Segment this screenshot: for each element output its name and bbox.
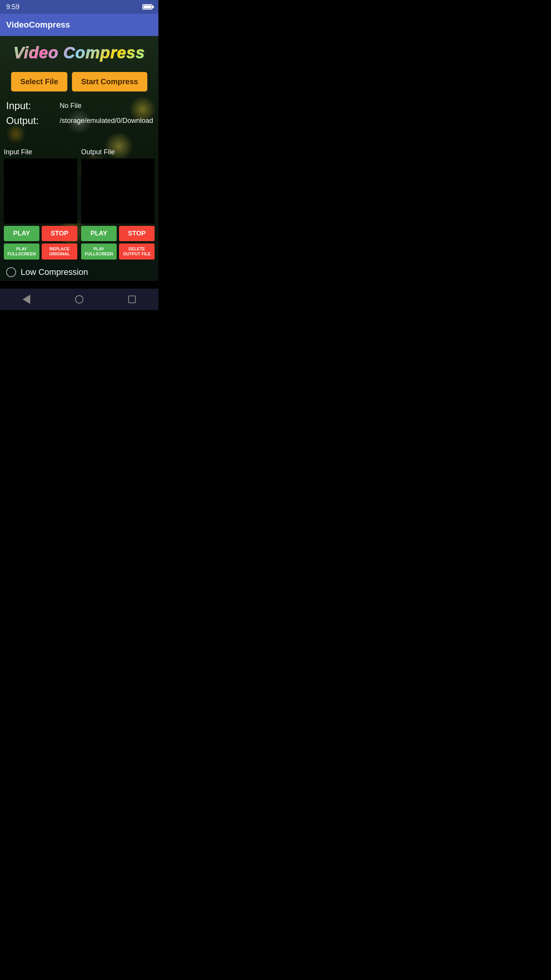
low-compression-radio[interactable] (6, 267, 16, 277)
main-content: Video Compress Select File Start Compres… (0, 36, 158, 281)
status-time: 9:59 (6, 3, 20, 11)
battery-icon (142, 4, 152, 10)
output-label: Output: (6, 115, 44, 127)
output-info-row: Output: /storage/emulated/0/Download (6, 115, 152, 127)
home-icon (75, 295, 83, 304)
output-video-screen (81, 158, 155, 224)
nav-bar (0, 289, 158, 310)
input-info-row: Input: No File (6, 100, 152, 112)
input-value: No File (60, 102, 82, 110)
logo-area: Video Compress (0, 36, 158, 68)
output-panel-buttons: PLAY STOP (81, 226, 155, 241)
compression-row: Low Compression (0, 260, 158, 281)
output-panel-label: Output File (81, 148, 155, 156)
delete-output-button[interactable]: DELETE OUTPUT FILE (119, 243, 155, 260)
input-panel-buttons: PLAY STOP (4, 226, 77, 241)
buttons-row: Select File Start Compress (0, 68, 158, 98)
compression-label: Low Compression (21, 267, 88, 277)
status-bar: 9:59 (0, 0, 158, 14)
app-bar-title: VideoCompress (6, 20, 70, 30)
input-video-screen (4, 158, 77, 224)
output-panel: Output File PLAY STOP PLAY FULLSCREEN DE… (81, 148, 155, 260)
input-label: Input: (6, 100, 44, 112)
back-icon (23, 295, 30, 304)
recent-button[interactable] (125, 292, 139, 306)
input-stop-button[interactable]: STOP (42, 226, 77, 241)
replace-original-button[interactable]: REPLACE ORIGINAL (42, 243, 77, 260)
input-panel-buttons-2: PLAY FULLSCREEN REPLACE ORIGINAL (4, 243, 77, 260)
start-compress-button[interactable]: Start Compress (72, 72, 147, 91)
logo-text: Video Compress (13, 44, 145, 62)
output-panel-buttons-2: PLAY FULLSCREEN DELETE OUTPUT FILE (81, 243, 155, 260)
info-section: Input: No File Output: /storage/emulated… (0, 98, 158, 133)
recent-icon (128, 296, 136, 303)
input-play-fullscreen-button[interactable]: PLAY FULLSCREEN (4, 243, 39, 260)
input-panel-label: Input File (4, 148, 77, 156)
back-button[interactable] (20, 292, 33, 306)
select-file-button[interactable]: Select File (11, 72, 67, 91)
output-play-button[interactable]: PLAY (81, 226, 117, 241)
panels-row: Input File PLAY STOP PLAY FULLSCREEN REP… (4, 148, 155, 260)
home-button[interactable] (72, 292, 86, 306)
panels-area: Input File PLAY STOP PLAY FULLSCREEN REP… (0, 133, 158, 260)
output-play-fullscreen-button[interactable]: PLAY FULLSCREEN (81, 243, 117, 260)
output-stop-button[interactable]: STOP (119, 226, 155, 241)
output-value: /storage/emulated/0/Download (60, 117, 153, 125)
input-panel: Input File PLAY STOP PLAY FULLSCREEN REP… (4, 148, 77, 260)
app-bar: VideoCompress (0, 14, 158, 36)
input-play-button[interactable]: PLAY (4, 226, 39, 241)
